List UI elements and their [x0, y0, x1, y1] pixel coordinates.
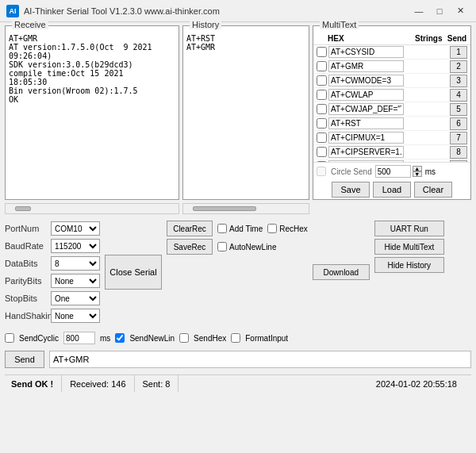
send-button[interactable]: Send [5, 351, 44, 368]
history-panel: History [182, 25, 309, 200]
titlebar: AI AI-Thinker Serial Tool V1.2.3.0 www.a… [0, 0, 476, 22]
status-bar: Send OK ! Received: 146 Sent: 8 2024-01-… [5, 374, 471, 392]
sent-segment: Sent: 8 [135, 375, 179, 392]
multitext-row-7: 7 [313, 131, 470, 145]
clear-rec-button[interactable]: ClearRec [167, 221, 213, 236]
mt-send-btn-6[interactable]: 6 [450, 117, 467, 130]
circle-send-label: Circle Send [331, 167, 372, 176]
save-rec-button[interactable]: SaveRec [167, 239, 213, 255]
multitext-row-8: 8 [313, 145, 470, 159]
mt-send-btn-2[interactable]: 2 [450, 60, 467, 73]
mt-checkbox-3[interactable] [317, 75, 327, 86]
slc-row: Save Load Clear [313, 180, 470, 199]
sent-text: Sent: 8 [143, 379, 171, 389]
mt-checkbox-2[interactable] [317, 61, 327, 71]
titlebar-controls: — □ ✕ [409, 3, 470, 19]
mt-send-btn-1[interactable]: 1 [450, 46, 467, 59]
paritybits-select[interactable]: None [51, 274, 100, 288]
send-newlin-checkbox[interactable] [115, 333, 125, 343]
mt-checkbox-4[interactable] [317, 90, 327, 100]
multitext-header: HEX Strings Send [313, 34, 470, 45]
col-send-header: Send [447, 34, 467, 43]
circle-send-checkbox[interactable] [317, 167, 326, 176]
mt-input-4[interactable] [328, 89, 404, 101]
rechex-label: RecHex [279, 225, 308, 233]
history-scrollbar[interactable] [182, 203, 309, 214]
hide-multitext-button[interactable]: Hide MultiText [374, 239, 444, 255]
circle-send-row: Circle Send ▲ ▼ ms [313, 162, 470, 180]
mt-send-btn-5[interactable]: 5 [450, 103, 467, 116]
receive-textarea[interactable] [6, 26, 178, 199]
mt-checkbox-1[interactable] [317, 47, 327, 57]
save-button[interactable]: Save [332, 182, 370, 198]
close-serial-button[interactable]: Close Serial [105, 255, 162, 290]
send-cyclic-checkbox[interactable] [5, 333, 14, 343]
multitext-row-5: 5 [313, 102, 470, 117]
spin-up-button[interactable]: ▲ [413, 166, 422, 171]
timestamp-segment: 2024-01-02 20:55:18 [368, 375, 465, 392]
send-cyclic-label: SendCyclic [19, 334, 59, 343]
mt-send-btn-3[interactable]: 3 [450, 75, 467, 87]
mt-input-3[interactable] [328, 75, 404, 86]
multitext-inner: HEX Strings Send 12345678910111213 Circl… [313, 26, 470, 199]
mt-input-5[interactable] [328, 103, 404, 115]
mt-input-8[interactable] [328, 146, 404, 158]
addtime-checkbox[interactable] [217, 224, 227, 233]
databits-row: DataBits 8 [5, 255, 100, 271]
uart-run-button[interactable]: UART Run [374, 221, 444, 236]
mt-checkbox-5[interactable] [317, 104, 327, 114]
mid-controls: ClearRec Add Time RecHex SaveRec AutoNew… [167, 221, 308, 324]
mt-input-7[interactable] [328, 132, 404, 144]
send-input[interactable] [49, 351, 471, 368]
baudrate-select[interactable]: 115200 [51, 239, 100, 253]
mt-input-6[interactable] [328, 117, 404, 129]
mt-checkbox-6[interactable] [317, 118, 327, 129]
mt-checkbox-8[interactable] [317, 147, 327, 157]
rechex-checkbox[interactable] [267, 224, 277, 233]
spin-down-button[interactable]: ▼ [413, 171, 422, 177]
history-textarea[interactable] [183, 26, 309, 199]
main-content: Receive History MultiText HEX Strings Se… [0, 22, 476, 453]
send-ok-segment: Send OK ! [11, 375, 62, 392]
format-input-checkbox[interactable] [231, 333, 240, 343]
titlebar-left: AI AI-Thinker Serial Tool V1.2.3.0 www.a… [6, 5, 220, 17]
mt-input-2[interactable] [328, 60, 404, 72]
received-segment: Received: 146 [62, 375, 134, 392]
paritybits-row: ParityBits None [5, 273, 100, 289]
received-text: Received: 146 [70, 379, 125, 389]
rechex-check-row: RecHex [267, 224, 308, 233]
panels-row: Receive History MultiText HEX Strings Se… [5, 25, 471, 200]
send-hex-label: SendHex [194, 334, 226, 343]
far-right-btns: UART Run Hide MultiText Hide History [374, 221, 444, 324]
saverec-row: SaveRec AutoNewLine [167, 239, 308, 255]
receive-panel: Receive [5, 25, 179, 200]
stopbits-row: StopBits One [5, 290, 100, 306]
mt-checkbox-7[interactable] [317, 132, 327, 143]
receive-scrollbar[interactable] [5, 203, 179, 214]
minimize-button[interactable]: — [409, 3, 428, 19]
mt-send-btn-8[interactable]: 8 [450, 146, 467, 159]
mt-send-btn-4[interactable]: 4 [450, 89, 467, 102]
send-hex-checkbox[interactable] [179, 333, 189, 343]
spin-buttons: ▲ ▼ [413, 166, 422, 177]
send-cyclic-input[interactable] [63, 332, 95, 344]
portnum-select[interactable]: COM10 [51, 221, 100, 236]
stopbits-select[interactable]: One [51, 291, 100, 305]
databits-select[interactable]: 8 [51, 256, 100, 271]
timestamp-text: 2024-01-02 20:55:18 [376, 379, 457, 389]
ms-label: ms [425, 167, 436, 176]
circle-send-input[interactable] [375, 165, 411, 178]
download-button[interactable]: Download [313, 264, 370, 280]
scrollbar-row [5, 203, 471, 214]
clear-button[interactable]: Clear [414, 182, 452, 198]
load-button[interactable]: Load [373, 182, 411, 198]
hide-history-button[interactable]: Hide History [374, 257, 444, 273]
clearrec-row: ClearRec Add Time RecHex [167, 221, 308, 236]
maximize-button[interactable]: □ [430, 3, 449, 19]
autonewline-checkbox[interactable] [217, 242, 227, 251]
mt-input-1[interactable] [328, 46, 404, 58]
close-button[interactable]: ✕ [451, 3, 470, 19]
mt-send-btn-7[interactable]: 7 [450, 132, 467, 144]
handshaking-select[interactable]: None [51, 309, 100, 323]
paritybits-label: ParityBits [5, 276, 51, 286]
